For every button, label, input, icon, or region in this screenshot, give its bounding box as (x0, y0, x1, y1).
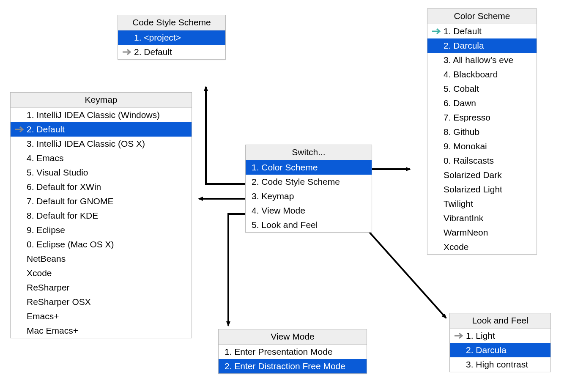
color_scheme-item-label: Solarized Dark (444, 170, 502, 181)
switch-item-label: 4. View Mode (252, 205, 305, 216)
color-scheme-list: 1. Default2. Darcula3. All hallow's eve4… (427, 24, 537, 254)
keymap-item[interactable]: ReSharper OSX (11, 295, 192, 309)
color_scheme-item[interactable]: 8. Github (427, 125, 537, 139)
switch-item[interactable]: 4. View Mode (246, 203, 372, 218)
keymap-item-label: Xcode (27, 268, 52, 279)
color_scheme-item-label: 8. Github (444, 126, 479, 137)
current-indicator-arrow-icon (15, 126, 27, 132)
color_scheme-item[interactable]: 1. Default (427, 24, 537, 38)
color_scheme-item[interactable]: 4. Blackboard (427, 67, 537, 82)
keymap-title: Keymap (11, 93, 192, 108)
color_scheme-item-label: VibrantInk (444, 213, 483, 224)
color_scheme-item[interactable]: Xcode (427, 240, 537, 254)
keymap-item-label: Emacs+ (27, 311, 59, 322)
view_mode-item[interactable]: 2. Enter Distraction Free Mode (219, 359, 367, 373)
color_scheme-item[interactable]: 5. Cobalt (427, 82, 537, 96)
keymap-item-label: ReSharper OSX (27, 296, 91, 307)
color_scheme-item[interactable]: WarmNeon (427, 225, 537, 240)
keymap-item-label: 1. IntelliJ IDEA Classic (Windows) (27, 110, 160, 121)
color_scheme-item-label: Twilight (444, 198, 473, 209)
color_scheme-item[interactable]: 9. Monokai (427, 139, 537, 154)
color_scheme-item[interactable]: Solarized Dark (427, 168, 537, 182)
keymap-item[interactable]: NetBeans (11, 252, 192, 266)
keymap-item[interactable]: 0. Eclipse (Mac OS X) (11, 237, 192, 252)
keymap-item-label: 5. Visual Studio (27, 167, 88, 178)
view-mode-list: 1. Enter Presentation Mode2. Enter Distr… (219, 345, 367, 373)
color_scheme-item-label: 0. Railscasts (444, 155, 494, 166)
color_scheme-item-label: Solarized Light (444, 184, 502, 195)
keymap-item[interactable]: 6. Default for XWin (11, 180, 192, 194)
keymap-item-label: NetBeans (27, 253, 66, 264)
switch-panel: Switch... 1. Color Scheme2. Code Style S… (245, 145, 372, 233)
keymap-item[interactable]: 3. IntelliJ IDEA Classic (OS X) (11, 137, 192, 151)
keymap-item[interactable]: 5. Visual Studio (11, 165, 192, 180)
color_scheme-item[interactable]: 7. Espresso (427, 110, 537, 125)
keymap-item[interactable]: ReSharper (11, 280, 192, 295)
keymap-item[interactable]: Xcode (11, 266, 192, 280)
keymap-item[interactable]: Mac Emacs+ (11, 323, 192, 338)
color_scheme-item[interactable]: Twilight (427, 197, 537, 211)
view_mode-item-label: 2. Enter Distraction Free Mode (225, 361, 345, 372)
color_scheme-item[interactable]: 0. Railscasts (427, 154, 537, 168)
color_scheme-item-label: 7. Espresso (444, 112, 490, 123)
look_and_feel-item[interactable]: 3. High contrast (450, 357, 550, 372)
code_style-item-label: 2. Default (134, 47, 172, 58)
switch-item-label: 2. Code Style Scheme (252, 176, 340, 187)
keymap-item[interactable]: 8. Default for KDE (11, 208, 192, 223)
look-and-feel-list: 1. Light2. Darcula3. High contrast (450, 329, 550, 372)
switch-item-label: 3. Keymap (252, 191, 294, 202)
color-scheme-title: Color Scheme (427, 9, 537, 24)
keymap-item-label: 8. Default for KDE (27, 210, 98, 221)
keymap-item[interactable]: 7. Default for GNOME (11, 194, 192, 208)
keymap-item-label: Mac Emacs+ (27, 325, 78, 336)
look-and-feel-panel: Look and Feel 1. Light2. Darcula3. High … (449, 313, 551, 372)
color_scheme-item-label: 1. Default (444, 26, 482, 37)
view-mode-panel: View Mode 1. Enter Presentation Mode2. E… (218, 329, 367, 374)
keymap-item[interactable]: 4. Emacs (11, 151, 192, 165)
keymap-panel: Keymap 1. IntelliJ IDEA Classic (Windows… (10, 92, 192, 338)
current-indicator-arrow-icon (432, 28, 444, 34)
switch-item-label: 1. Color Scheme (252, 162, 318, 173)
code-style-scheme-panel: Code Style Scheme 1. <project> 2. Defaul… (118, 15, 226, 60)
switch-item[interactable]: 2. Code Style Scheme (246, 175, 372, 189)
code_style-item[interactable]: 2. Default (118, 45, 225, 59)
code-style-scheme-list: 1. <project> 2. Default (118, 30, 225, 59)
view-mode-title: View Mode (219, 329, 367, 345)
view_mode-item[interactable]: 1. Enter Presentation Mode (219, 345, 367, 359)
keymap-item[interactable]: Emacs+ (11, 309, 192, 323)
color_scheme-item-label: 2. Darcula (444, 40, 484, 51)
keymap-item-label: 4. Emacs (27, 153, 64, 164)
keymap-item-label: ReSharper (27, 282, 70, 293)
color_scheme-item[interactable]: VibrantInk (427, 211, 537, 225)
look_and_feel-item-label: 1. Light (466, 330, 495, 341)
switch-item[interactable]: 3. Keymap (246, 189, 372, 203)
color_scheme-item[interactable]: Solarized Light (427, 182, 537, 197)
look_and_feel-item[interactable]: 2. Darcula (450, 343, 550, 357)
switch-title: Switch... (246, 145, 372, 160)
look-and-feel-title: Look and Feel (450, 313, 550, 329)
color_scheme-item-label: 4. Blackboard (444, 69, 498, 80)
current-indicator-arrow-icon (122, 49, 134, 55)
color_scheme-item-label: Xcode (444, 241, 469, 252)
keymap-item[interactable]: 9. Eclipse (11, 223, 192, 237)
look_and_feel-item-label: 2. Darcula (466, 345, 507, 356)
color_scheme-item-label: 6. Dawn (444, 98, 476, 109)
switch-item[interactable]: 1. Color Scheme (246, 160, 372, 175)
switch-list: 1. Color Scheme2. Code Style Scheme3. Ke… (246, 160, 372, 232)
keymap-item[interactable]: 2. Default (11, 122, 192, 137)
keymap-item-label: 7. Default for GNOME (27, 196, 113, 207)
switch-item[interactable]: 5. Look and Feel (246, 218, 372, 232)
look_and_feel-item[interactable]: 1. Light (450, 329, 550, 343)
color_scheme-item-label: 5. Cobalt (444, 83, 479, 94)
current-indicator-arrow-icon (454, 333, 466, 339)
look_and_feel-item-label: 3. High contrast (466, 359, 528, 370)
keymap-item[interactable]: 1. IntelliJ IDEA Classic (Windows) (11, 108, 192, 122)
color_scheme-item[interactable]: 3. All hallow's eve (427, 53, 537, 67)
switch-item-label: 5. Look and Feel (252, 219, 318, 230)
code_style-item[interactable]: 1. <project> (118, 30, 225, 45)
color_scheme-item[interactable]: 2. Darcula (427, 38, 537, 53)
keymap-item-label: 3. IntelliJ IDEA Classic (OS X) (27, 138, 145, 149)
color_scheme-item[interactable]: 6. Dawn (427, 96, 537, 110)
code-style-scheme-title: Code Style Scheme (118, 15, 225, 30)
code_style-item-label: 1. <project> (134, 32, 181, 43)
